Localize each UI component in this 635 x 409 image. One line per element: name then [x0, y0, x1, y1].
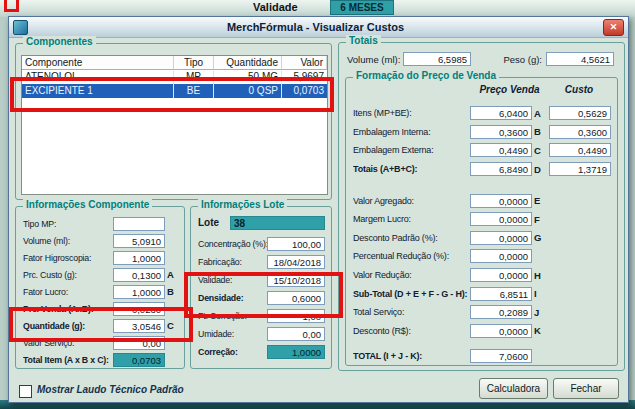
margem-lucro-field[interactable]: 0,0000: [470, 212, 532, 226]
formacao-group-title: Formação do Preço de Venda: [353, 70, 499, 81]
formacao-row-total: TOTAL (I + J - K): 7,0600: [353, 347, 617, 366]
field-row: Correção: 1,0000: [198, 343, 325, 361]
annotation-fragment: [4, 0, 19, 12]
field-letter: A: [165, 269, 180, 280]
field-label: Concentração (%):: [198, 239, 267, 249]
row-letter: E: [532, 195, 547, 206]
totais-volume-field[interactable]: 6,5985: [403, 52, 471, 66]
embalagem-externa-preco-field[interactable]: 0,4490: [470, 143, 532, 157]
prc-custo-field[interactable]: 0,1300: [113, 268, 165, 282]
field-row: Fabricação: 18/04/2018: [198, 253, 325, 271]
row-label: Desconto Padrão (%):: [353, 233, 470, 243]
row-label: TOTAL (I + J - K):: [353, 351, 470, 361]
col-header-tipo: Tipo: [174, 56, 214, 70]
tipo-mp-field[interactable]: [113, 217, 165, 231]
formacao-row-valor-reducao: Valor Redução: 0,0000 H: [353, 266, 617, 285]
dialog-title: MerchFórmula - Visualizar Custos: [28, 21, 603, 33]
row-label: Valor Agregado:: [353, 196, 470, 206]
field-label: Fator Higroscopia:: [23, 253, 113, 263]
row-letter: G: [532, 232, 547, 243]
totais-abc-custo-field: 1,3719: [549, 162, 611, 176]
field-row: Umidade: 0,00: [198, 325, 325, 343]
lote-label: Lote: [198, 217, 230, 228]
mostrar-laudo-checkbox[interactable]: [19, 385, 32, 398]
formacao-row-desconto: Desconto (R$): 0,0000 K: [353, 322, 617, 341]
valor-reducao-field[interactable]: 0,0000: [470, 268, 532, 282]
field-row: Prc. Custo (g): 0,1300 A: [23, 266, 180, 283]
field-label: Tipo MP:: [23, 219, 113, 229]
field-row: Volume (ml): 5,0910: [23, 232, 180, 249]
info-componente-group: Informações Componente Tipo MP: Volume (…: [15, 206, 185, 369]
total-geral-field: 7,0600: [470, 349, 532, 363]
row-letter: K: [532, 325, 547, 336]
col-header-valor: Valor: [282, 56, 327, 70]
totais-group: Totais Volume (ml): 6,5985 Peso (g): 4,5…: [338, 42, 625, 371]
fechar-button[interactable]: Fechar: [553, 378, 619, 399]
field-label: Prc. Custo (g):: [23, 270, 113, 280]
col-header-componente: Componente: [22, 56, 174, 70]
background-validade-value: 6 MESES: [330, 0, 394, 15]
close-icon[interactable]: ✕: [603, 19, 624, 36]
field-label: Fator Lucro:: [23, 287, 113, 297]
componentes-table-header: Componente Tipo Quantidade Valor: [22, 56, 327, 70]
totais-abc-preco-field: 6,8490: [470, 162, 532, 176]
row-label: Valor Redução:: [353, 270, 470, 280]
peso-label: Peso (g):: [496, 54, 546, 65]
umidade-field[interactable]: 0,00: [267, 327, 325, 341]
field-label: Correção:: [198, 347, 267, 357]
row-label: Desconto (R$):: [353, 326, 470, 336]
row-label: Margem Lucro:: [353, 214, 470, 224]
dialog-titlebar[interactable]: MerchFórmula - Visualizar Custos ✕: [9, 17, 628, 38]
field-row: Tipo MP:: [23, 215, 180, 232]
info-componente-title: Informações Componente: [23, 199, 152, 210]
formacao-column-headers: Preço Venda Custo: [353, 84, 617, 98]
desconto-rs-field[interactable]: 0,0000: [470, 324, 532, 338]
screen: Validade 6 MESES MerchFórmula - Visualiz…: [0, 0, 635, 409]
itens-preco-field[interactable]: 6,0400: [470, 106, 532, 120]
calculadora-button[interactable]: Calculadora: [479, 378, 548, 399]
formacao-row-desconto-padrao: Desconto Padrão (%): 0,0000 G: [353, 229, 617, 248]
embalagem-interna-custo-field[interactable]: 0,3600: [549, 125, 611, 139]
desconto-padrao-field[interactable]: 0,0000: [470, 231, 532, 245]
row-label: Percentual Redução (%):: [353, 251, 470, 261]
field-row: Total Item (A x B x C): 0,0703: [23, 351, 180, 368]
formacao-row-itens: Itens (MP+BE): 6,0400 A 0,5629: [353, 104, 617, 123]
fator-lucro-field[interactable]: 1,0000: [113, 285, 165, 299]
row-letter: J: [532, 307, 547, 318]
row-label: Totais (A+B+C):: [353, 164, 470, 174]
componentes-table: Componente Tipo Quantidade Valor ATENOLO…: [21, 55, 328, 195]
fator-higroscopia-field[interactable]: 1,0000: [113, 251, 165, 265]
field-label: Volume (ml):: [23, 236, 113, 246]
itens-custo-field[interactable]: 0,5629: [549, 106, 611, 120]
totais-peso-field[interactable]: 4,5621: [546, 52, 614, 66]
embalagem-interna-preco-field[interactable]: 0,3600: [470, 125, 532, 139]
field-label: Total Item (A x B x C):: [23, 355, 113, 365]
fabricacao-field[interactable]: 18/04/2018: [267, 255, 325, 269]
embalagem-externa-custo-field[interactable]: 0,4490: [549, 143, 611, 157]
dialog-icon: [13, 20, 28, 35]
field-label: Umidade:: [198, 329, 267, 339]
row-letter: I: [532, 288, 547, 299]
volume-label: Volume (ml):: [347, 54, 403, 65]
formacao-row-percentual-reducao: Percentual Redução (%): 0,0000: [353, 247, 617, 266]
percentual-reducao-field[interactable]: 0,0000: [470, 249, 532, 263]
volume-ml-field[interactable]: 5,0910: [113, 234, 165, 248]
sub-total-field: 6,8511: [470, 287, 532, 301]
field-row: Fator Lucro: 1,0000 B: [23, 283, 180, 300]
row-letter: B: [532, 126, 547, 137]
lote-field: 38: [230, 216, 325, 230]
field-row: Fator Higroscopia: 1,0000: [23, 249, 180, 266]
total-servico-field[interactable]: 0,2089: [470, 305, 532, 319]
row-label: Sub-Total (D + E + F - G - H):: [353, 289, 470, 299]
mostrar-laudo-label: Mostrar Laudo Técnico Padrão: [37, 384, 184, 395]
row-label: Embalagem Interna:: [353, 127, 470, 137]
field-row: Concentração (%): 100,00: [198, 235, 325, 253]
formacao-row-total-servico: Total Serviço: 0,2089 J: [353, 303, 617, 322]
info-lote-title: Informações Lote: [198, 199, 287, 210]
formacao-group: Formação do Preço de Venda Preço Venda C…: [345, 77, 618, 366]
annotation-densidade: [184, 272, 343, 318]
concentracao-field[interactable]: 100,00: [267, 237, 325, 251]
componentes-group-title: Componentes: [23, 36, 96, 47]
valor-agregado-field[interactable]: 0,0000: [470, 194, 532, 208]
row-letter: D: [532, 164, 547, 175]
